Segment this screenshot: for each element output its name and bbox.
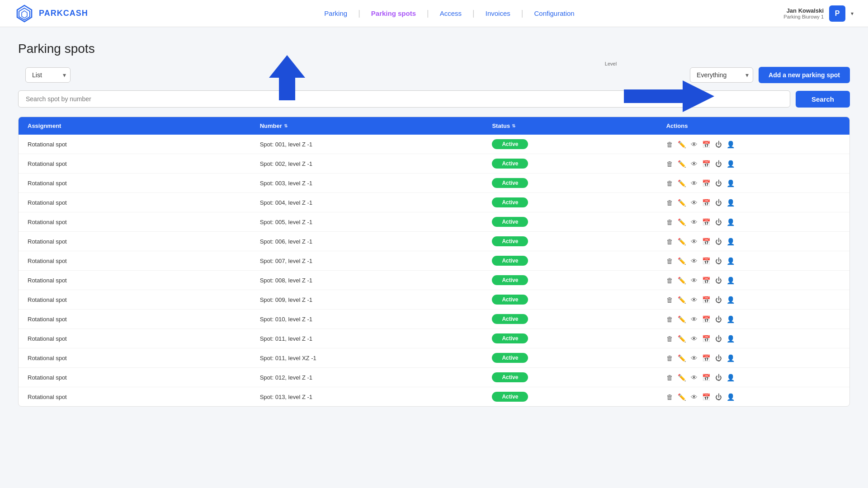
delete-icon[interactable]: 🗑 xyxy=(666,394,673,400)
delete-icon[interactable]: 🗑 xyxy=(666,141,673,148)
nav-access[interactable]: Access xyxy=(429,9,472,17)
view-icon[interactable]: 👁 xyxy=(691,199,698,206)
nav-configuration[interactable]: Configuration xyxy=(523,9,585,17)
edit-icon[interactable]: ✏️ xyxy=(678,160,686,167)
edit-icon[interactable]: ✏️ xyxy=(678,238,686,245)
user-icon[interactable]: 👤 xyxy=(726,335,735,342)
edit-icon[interactable]: ✏️ xyxy=(678,335,686,342)
calendar-icon[interactable]: 📅 xyxy=(702,394,711,400)
user-icon[interactable]: 👤 xyxy=(726,355,735,361)
th-number[interactable]: Number ⇅ xyxy=(260,122,492,129)
view-icon[interactable]: 👁 xyxy=(691,238,698,245)
edit-icon[interactable]: ✏️ xyxy=(678,219,686,225)
view-icon[interactable]: 👁 xyxy=(691,335,698,342)
view-icon[interactable]: 👁 xyxy=(691,355,698,361)
edit-icon[interactable]: ✏️ xyxy=(678,199,686,206)
calendar-icon[interactable]: 📅 xyxy=(702,277,711,284)
delete-icon[interactable]: 🗑 xyxy=(666,316,673,323)
power-icon[interactable]: ⏻ xyxy=(715,180,722,187)
view-icon[interactable]: 👁 xyxy=(691,296,698,303)
th-status[interactable]: Status ⇅ xyxy=(492,122,666,129)
user-icon[interactable]: 👤 xyxy=(726,277,735,284)
calendar-icon[interactable]: 📅 xyxy=(702,141,711,148)
edit-icon[interactable]: ✏️ xyxy=(678,394,686,400)
view-select[interactable]: List Grid xyxy=(25,67,71,83)
delete-icon[interactable]: 🗑 xyxy=(666,335,673,342)
delete-icon[interactable]: 🗑 xyxy=(666,180,673,187)
view-icon[interactable]: 👁 xyxy=(691,219,698,225)
user-icon[interactable]: 👤 xyxy=(726,296,735,303)
view-icon[interactable]: 👁 xyxy=(691,374,698,381)
delete-icon[interactable]: 🗑 xyxy=(666,355,673,361)
view-icon[interactable]: 👁 xyxy=(691,316,698,323)
power-icon[interactable]: ⏻ xyxy=(715,258,722,264)
user-icon[interactable]: 👤 xyxy=(726,199,735,206)
power-icon[interactable]: ⏻ xyxy=(715,219,722,225)
calendar-icon[interactable]: 📅 xyxy=(702,355,711,361)
user-icon[interactable]: 👤 xyxy=(726,258,735,264)
calendar-icon[interactable]: 📅 xyxy=(702,335,711,342)
calendar-icon[interactable]: 📅 xyxy=(702,238,711,245)
edit-icon[interactable]: ✏️ xyxy=(678,277,686,284)
nav-invoices[interactable]: Invoices xyxy=(475,9,521,17)
power-icon[interactable]: ⏻ xyxy=(715,335,722,342)
cell-actions: 🗑 ✏️ 👁 📅 ⏻ 👤 xyxy=(666,141,840,148)
chevron-down-icon[interactable]: ▾ xyxy=(851,10,854,17)
power-icon[interactable]: ⏻ xyxy=(715,199,722,206)
calendar-icon[interactable]: 📅 xyxy=(702,219,711,225)
add-parking-spot-button[interactable]: Add a new parking spot xyxy=(759,67,850,83)
edit-icon[interactable]: ✏️ xyxy=(678,374,686,381)
power-icon[interactable]: ⏻ xyxy=(715,160,722,167)
view-icon[interactable]: 👁 xyxy=(691,277,698,284)
edit-icon[interactable]: ✏️ xyxy=(678,296,686,303)
avatar[interactable]: P xyxy=(829,5,845,22)
edit-icon[interactable]: ✏️ xyxy=(678,355,686,361)
power-icon[interactable]: ⏻ xyxy=(715,141,722,148)
user-icon[interactable]: 👤 xyxy=(726,238,735,245)
user-icon[interactable]: 👤 xyxy=(726,180,735,187)
calendar-icon[interactable]: 📅 xyxy=(702,258,711,264)
edit-icon[interactable]: ✏️ xyxy=(678,258,686,264)
edit-icon[interactable]: ✏️ xyxy=(678,316,686,323)
delete-icon[interactable]: 🗑 xyxy=(666,296,673,303)
delete-icon[interactable]: 🗑 xyxy=(666,160,673,167)
view-icon[interactable]: 👁 xyxy=(691,141,698,148)
svg-marker-5 xyxy=(624,80,714,112)
delete-icon[interactable]: 🗑 xyxy=(666,238,673,245)
calendar-icon[interactable]: 📅 xyxy=(702,160,711,167)
delete-icon[interactable]: 🗑 xyxy=(666,277,673,284)
view-icon[interactable]: 👁 xyxy=(691,160,698,167)
delete-icon[interactable]: 🗑 xyxy=(666,199,673,206)
edit-icon[interactable]: ✏️ xyxy=(678,141,686,148)
user-icon[interactable]: 👤 xyxy=(726,141,735,148)
view-icon[interactable]: 👁 xyxy=(691,180,698,187)
power-icon[interactable]: ⏻ xyxy=(715,277,722,284)
view-icon[interactable]: 👁 xyxy=(691,394,698,400)
calendar-icon[interactable]: 📅 xyxy=(702,180,711,187)
delete-icon[interactable]: 🗑 xyxy=(666,219,673,225)
calendar-icon[interactable]: 📅 xyxy=(702,199,711,206)
power-icon[interactable]: ⏻ xyxy=(715,316,722,323)
search-button[interactable]: Search xyxy=(796,91,850,108)
calendar-icon[interactable]: 📅 xyxy=(702,374,711,381)
delete-icon[interactable]: 🗑 xyxy=(666,374,673,381)
user-icon[interactable]: 👤 xyxy=(726,219,735,225)
calendar-icon[interactable]: 📅 xyxy=(702,296,711,303)
table-row: Rotational spot Spot: 005, level Z -1 Ac… xyxy=(19,212,849,232)
power-icon[interactable]: ⏻ xyxy=(715,355,722,361)
nav-parking-spots[interactable]: Parking spots xyxy=(360,9,427,17)
calendar-icon[interactable]: 📅 xyxy=(702,316,711,323)
view-icon[interactable]: 👁 xyxy=(691,258,698,264)
user-icon[interactable]: 👤 xyxy=(726,394,735,400)
delete-icon[interactable]: 🗑 xyxy=(666,258,673,264)
cell-actions: 🗑 ✏️ 👁 📅 ⏻ 👤 xyxy=(666,199,840,206)
nav-parking[interactable]: Parking xyxy=(313,9,358,17)
power-icon[interactable]: ⏻ xyxy=(715,394,722,400)
user-icon[interactable]: 👤 xyxy=(726,316,735,323)
power-icon[interactable]: ⏻ xyxy=(715,238,722,245)
user-icon[interactable]: 👤 xyxy=(726,374,735,381)
power-icon[interactable]: ⏻ xyxy=(715,296,722,303)
user-icon[interactable]: 👤 xyxy=(726,160,735,167)
edit-icon[interactable]: ✏️ xyxy=(678,180,686,187)
power-icon[interactable]: ⏻ xyxy=(715,374,722,381)
